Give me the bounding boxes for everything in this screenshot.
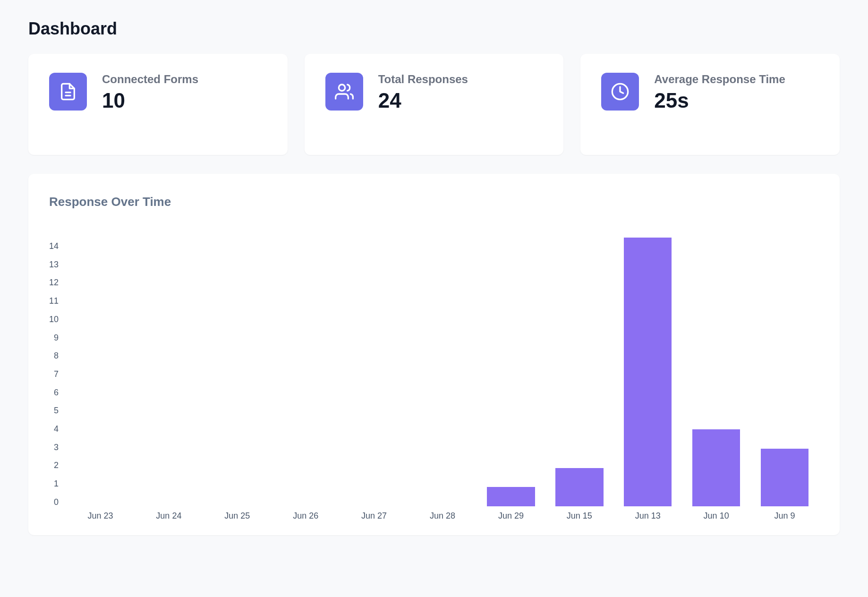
chart-area: 01234567891011121314 Jun 23Jun 24Jun 25J… bbox=[49, 238, 819, 521]
chart-y-tick: 6 bbox=[54, 388, 59, 397]
chart-plot bbox=[66, 238, 819, 506]
stat-card-connected-forms: Connected Forms 10 bbox=[28, 54, 288, 155]
chart-y-tick: 4 bbox=[54, 425, 59, 433]
chart-x-axis: Jun 23Jun 24Jun 25Jun 26Jun 27Jun 28Jun … bbox=[66, 511, 819, 521]
chart-y-tick: 11 bbox=[49, 297, 59, 305]
chart-bar-slot bbox=[408, 238, 477, 506]
chart-bar-slot bbox=[272, 238, 340, 506]
chart-bar-slot bbox=[682, 238, 750, 506]
chart-x-tick: Jun 15 bbox=[545, 511, 613, 521]
chart-x-tick: Jun 28 bbox=[408, 511, 477, 521]
chart-x-tick: Jun 25 bbox=[203, 511, 272, 521]
clock-icon bbox=[601, 73, 639, 111]
stat-card-avg-response-time: Average Response Time 25s bbox=[580, 54, 840, 155]
chart-y-tick: 5 bbox=[54, 406, 59, 415]
svg-point-2 bbox=[339, 85, 345, 91]
chart-x-tick: Jun 9 bbox=[750, 511, 819, 521]
users-icon bbox=[325, 73, 363, 111]
chart-y-tick: 1 bbox=[54, 479, 59, 488]
chart-bar-slot bbox=[203, 238, 272, 506]
document-icon bbox=[49, 73, 87, 111]
stat-label: Average Response Time bbox=[654, 73, 785, 86]
chart-bar bbox=[555, 468, 603, 506]
chart-bar bbox=[487, 487, 535, 506]
chart-y-tick: 9 bbox=[54, 333, 59, 342]
chart-title: Response Over Time bbox=[49, 195, 819, 209]
chart-y-tick: 2 bbox=[54, 461, 59, 469]
chart-bar bbox=[761, 449, 808, 506]
chart-y-tick: 13 bbox=[49, 260, 59, 269]
chart-bar-slot bbox=[750, 238, 819, 506]
chart-x-tick: Jun 24 bbox=[135, 511, 203, 521]
chart-x-tick: Jun 26 bbox=[272, 511, 340, 521]
chart-y-tick: 8 bbox=[54, 351, 59, 360]
chart-bar-slot bbox=[66, 238, 135, 506]
stat-label: Connected Forms bbox=[102, 73, 198, 86]
page-title: Dashboard bbox=[28, 19, 840, 39]
chart-bar-slot bbox=[477, 238, 545, 506]
chart-card-response-over-time: Response Over Time 01234567891011121314 … bbox=[28, 174, 840, 535]
stat-label: Total Responses bbox=[378, 73, 468, 86]
chart-x-tick: Jun 23 bbox=[66, 511, 135, 521]
stats-row: Connected Forms 10 Total Responses 24 Av bbox=[28, 54, 840, 155]
chart-y-tick: 12 bbox=[49, 278, 59, 287]
stat-value: 10 bbox=[102, 89, 198, 112]
chart-y-axis: 01234567891011121314 bbox=[49, 238, 66, 502]
chart-bar bbox=[624, 238, 672, 506]
chart-bar-slot bbox=[340, 238, 408, 506]
chart-x-tick: Jun 13 bbox=[613, 511, 682, 521]
chart-y-tick: 14 bbox=[49, 242, 59, 250]
chart-bar-slot bbox=[613, 238, 682, 506]
chart-x-tick: Jun 29 bbox=[477, 511, 545, 521]
stat-card-total-responses: Total Responses 24 bbox=[305, 54, 564, 155]
stat-value: 24 bbox=[378, 89, 468, 112]
chart-bar bbox=[692, 429, 740, 506]
chart-y-tick: 7 bbox=[54, 370, 59, 378]
chart-bar-slot bbox=[135, 238, 203, 506]
chart-bar-slot bbox=[545, 238, 613, 506]
chart-x-tick: Jun 27 bbox=[340, 511, 408, 521]
chart-y-tick: 0 bbox=[54, 498, 59, 506]
chart-y-tick: 10 bbox=[49, 315, 59, 324]
chart-y-tick: 3 bbox=[54, 443, 59, 452]
chart-x-tick: Jun 10 bbox=[682, 511, 750, 521]
stat-value: 25s bbox=[654, 89, 785, 112]
